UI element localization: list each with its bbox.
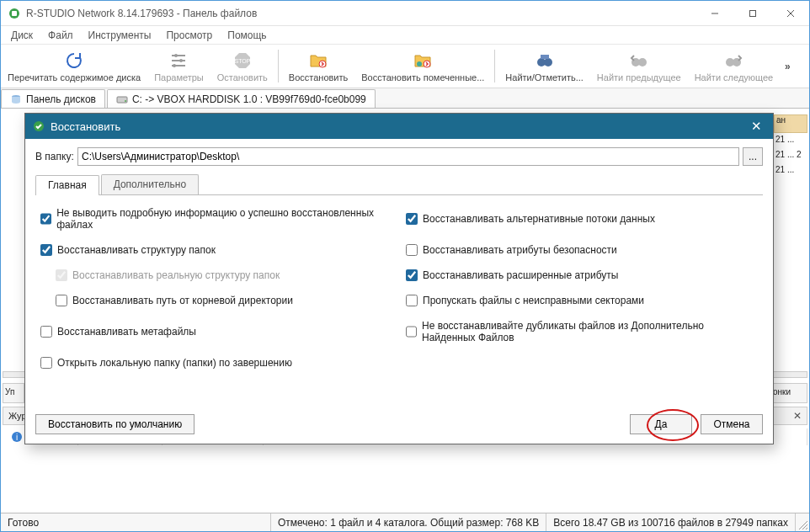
svg-point-11 [173,64,176,67]
tool-recover-marked[interactable]: Восстановить помеченные... [354,45,491,88]
close-button[interactable] [771,1,809,25]
titlebar: R-STUDIO Network 8.14.179693 - Панель фа… [1,1,809,26]
tab-main[interactable]: Главная [35,175,99,195]
output-folder-input[interactable] [77,147,739,166]
checkbox[interactable] [40,326,52,338]
tool-find-prev[interactable]: Найти предыдущее [590,45,688,88]
opt-alt-streams[interactable]: Восстанавливать альтернативные потоки да… [406,207,758,231]
svg-text:STOP: STOP [234,58,250,64]
checkbox[interactable] [40,244,52,256]
checkbox-label: Восстанавливать атрибуты безопасности [423,244,617,256]
recover-icon [32,120,45,133]
stop-icon: STOP [232,51,253,71]
svg-rect-1 [12,11,17,16]
checkbox-label: Восстанавливать путь от корневой директо… [72,295,293,306]
sort-stub[interactable]: Уп [3,383,24,403]
browse-button[interactable]: ... [743,147,763,166]
tool-recover[interactable]: Восстановить [282,45,354,88]
tool-params[interactable]: Параметры [147,45,210,88]
folder-restore-marked-icon [413,51,433,71]
tab-drive-c[interactable]: C: -> VBOX HARDDISK 1.0 : VB99f769d0-fce… [107,89,376,108]
output-folder-label: В папку: [35,151,77,162]
checkbox-label: Восстанавливать метафайлы [57,326,196,338]
checkbox[interactable] [406,269,418,281]
binoculars-next-icon [723,51,743,71]
menubar: Диск Файл Инструменты Просмотр Помощь [1,26,809,45]
menu-disk[interactable]: Диск [4,28,40,43]
checkbox[interactable] [40,213,51,225]
checkbox-label: Открыть локальную папку (папки) по завер… [57,357,292,369]
menu-file[interactable]: Файл [41,28,80,43]
svg-rect-19 [541,55,549,59]
info-icon: i [11,431,23,443]
folder-restore-icon [308,51,328,71]
journal-close-icon[interactable]: ✕ [788,410,807,422]
dialog-close-button[interactable]: ✕ [739,114,773,139]
svg-point-15 [417,61,422,66]
checkbox-label: Восстанавливать реальную структуру папок [72,269,280,281]
tab-label: C: -> VBOX HARDDISK 1.0 : VB99f769d0-fce… [132,93,366,105]
tool-stop[interactable]: STOP Остановить [210,45,274,88]
list-item[interactable]: 21 ... [774,135,807,150]
opt-ext-attrs[interactable]: Восстанавливать расширенные атрибуты [406,269,758,281]
resize-grip-icon[interactable] [796,513,809,531]
app-icon [8,7,21,20]
svg-point-21 [638,58,647,66]
checkbox[interactable] [40,357,52,369]
list-item[interactable]: 21 ... [774,165,807,180]
svg-text:i: i [16,433,18,442]
opt-sec-attrs[interactable]: Восстанавливать атрибуты безопасности [406,244,758,256]
list-item[interactable]: 21 ... 2 [774,150,807,165]
cancel-button[interactable]: Отмена [701,414,763,434]
columns-stub[interactable]: онки [770,383,807,403]
opt-folder-struct[interactable]: Восстанавливать структуру папок [40,244,392,256]
tool-find-next[interactable]: Найти следующее [688,45,781,88]
checkbox[interactable] [406,244,418,256]
dialog-footer: Восстановить по умолчанию Да Отмена [25,405,773,444]
background-peek: ан 21 ... 21 ... 2 21 ... [774,114,807,180]
maximize-button[interactable] [733,1,771,25]
dialog-title: Восстановить [51,120,739,133]
disk-icon [10,93,22,105]
svg-point-10 [179,59,183,62]
column-header[interactable]: ан [774,114,807,133]
binoculars-prev-icon [629,51,649,71]
svg-point-26 [125,100,126,102]
opt-no-verbose[interactable]: Не выводить подробную информацию о успеш… [40,207,392,231]
ok-button[interactable]: Да [630,414,692,434]
checkbox-label: Восстанавливать альтернативные потоки да… [423,213,655,225]
checkbox-label: Не выводить подробную информацию о успеш… [56,207,392,231]
toolbar-separator-2 [494,50,495,82]
dialog-titlebar: Восстановить ✕ [25,114,773,139]
recover-dialog: Восстановить ✕ В папку: ... Главная Допо… [24,113,774,444]
opt-root-path[interactable]: Восстанавливать путь от корневой директо… [56,295,392,306]
tool-find-mark[interactable]: Найти/Отметить... [498,45,589,88]
opt-open-folder[interactable]: Открыть локальную папку (папки) по завер… [40,357,392,369]
checkbox[interactable] [406,326,417,338]
checkbox [56,269,67,281]
checkbox[interactable] [56,295,67,306]
opt-metafiles[interactable]: Восстанавливать метафайлы [40,320,392,343]
minimize-button[interactable] [695,1,733,25]
reset-defaults-button[interactable]: Восстановить по умолчанию [35,414,195,434]
opt-skip-bad[interactable]: Пропускать файлы с неисправными секторам… [406,295,758,306]
checkbox-label: Восстанавливать структуру папок [57,244,216,256]
opt-real-struct: Восстанавливать реальную структуру папок [56,269,392,281]
checkbox[interactable] [406,295,418,306]
tab-advanced[interactable]: Дополнительно [101,174,199,194]
checkbox-label: Не восстанавливайте дубликаты файлов из … [422,320,758,343]
menu-view[interactable]: Просмотр [159,28,219,43]
tab-strip: Панель дисков C: -> VBOX HARDDISK 1.0 : … [1,88,809,109]
svg-line-31 [806,528,807,529]
menu-help[interactable]: Помощь [221,28,273,43]
tool-reread[interactable]: Перечитать содержимое диска [1,45,147,88]
status-marked: Отмечено: 1 файл и 4 каталога. Общий раз… [271,513,546,531]
checkbox-label: Восстанавливать расширенные атрибуты [423,269,618,281]
checkbox[interactable] [406,213,418,225]
tab-disk-panel[interactable]: Панель дисков [1,89,105,108]
menu-tools[interactable]: Инструменты [82,28,158,43]
svg-rect-3 [749,10,755,16]
options-grid: Не выводить подробную информацию о успеш… [35,195,763,405]
opt-no-dup[interactable]: Не восстанавливайте дубликаты файлов из … [406,320,758,343]
toolbar-overflow[interactable]: » [780,45,795,88]
